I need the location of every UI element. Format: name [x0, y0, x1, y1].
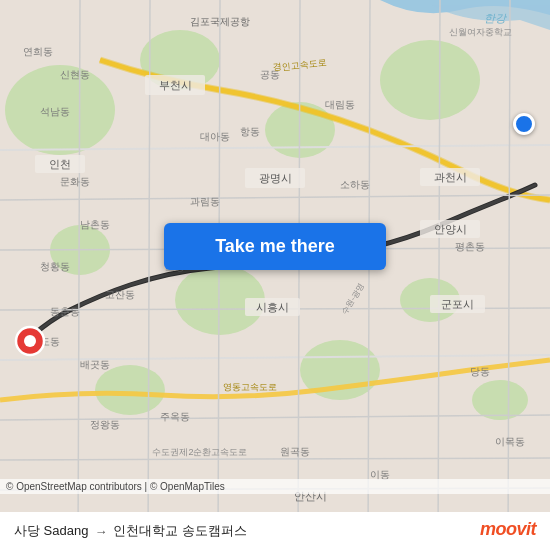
svg-text:원곡동: 원곡동	[280, 446, 310, 457]
map-attribution: © OpenStreetMap contributors | © OpenMap…	[0, 479, 550, 494]
destination-label: 인천대학교 송도캠퍼스	[113, 522, 247, 540]
svg-text:영동고속도로: 영동고속도로	[223, 382, 277, 392]
svg-text:연희동: 연희동	[23, 46, 53, 57]
svg-text:과천시: 과천시	[434, 171, 467, 183]
svg-point-4	[380, 40, 480, 120]
svg-text:주옥동: 주옥동	[160, 411, 190, 422]
svg-text:김포국제공항: 김포국제공항	[190, 16, 250, 27]
svg-text:과림동: 과림동	[190, 196, 220, 207]
svg-text:당동: 당동	[470, 366, 490, 377]
svg-text:한강: 한강	[484, 12, 508, 24]
svg-text:수도권제2순환고속도로: 수도권제2순환고속도로	[152, 447, 247, 457]
svg-text:배곳동: 배곳동	[80, 359, 110, 370]
take-me-there-button[interactable]: Take me there	[164, 223, 386, 270]
svg-text:신현동: 신현동	[60, 69, 90, 80]
arrow-icon: →	[94, 524, 107, 539]
attribution-text: © OpenStreetMap contributors | © OpenMap…	[6, 481, 225, 492]
svg-point-9	[472, 380, 528, 420]
svg-text:소하동: 소하동	[340, 179, 370, 190]
svg-text:문화동: 문화동	[60, 176, 90, 187]
svg-text:정왕동: 정왕동	[90, 419, 120, 430]
origin-marker	[14, 325, 46, 357]
moovit-logo: moovit	[480, 519, 536, 540]
map-background: 부천시 광명시 시흥시 인천 과천시 안양시 군포시 소하동 항동 과림동 공동…	[0, 0, 550, 550]
svg-text:이목동: 이목동	[495, 436, 525, 447]
origin-label: 사당 Sadang	[14, 522, 88, 540]
svg-text:부천시: 부천시	[159, 79, 192, 91]
svg-text:인천: 인천	[49, 158, 71, 170]
svg-text:대아동: 대아동	[200, 131, 230, 142]
moovit-logo-text: moovit	[480, 519, 536, 539]
svg-point-73	[24, 335, 36, 347]
svg-text:평촌동: 평촌동	[455, 241, 485, 252]
svg-text:신월여자중학교: 신월여자중학교	[449, 27, 512, 37]
svg-text:석남동: 석남동	[40, 106, 70, 117]
svg-text:항동: 항동	[240, 126, 260, 137]
svg-text:시흥시: 시흥시	[256, 301, 289, 313]
svg-text:안양시: 안양시	[434, 223, 467, 235]
svg-text:고잔동: 고잔동	[105, 289, 135, 300]
svg-text:대림동: 대림동	[325, 99, 355, 110]
svg-point-7	[95, 365, 165, 415]
svg-text:광명시: 광명시	[259, 172, 292, 184]
svg-text:남촌동: 남촌동	[80, 219, 110, 230]
svg-text:군포시: 군포시	[441, 298, 474, 310]
bottom-bar: 사당 Sadang → 인천대학교 송도캠퍼스	[0, 512, 550, 550]
route-info: 사당 Sadang → 인천대학교 송도캠퍼스	[14, 522, 536, 540]
map-container: 부천시 광명시 시흥시 인천 과천시 안양시 군포시 소하동 항동 과림동 공동…	[0, 0, 550, 550]
svg-text:청황동: 청황동	[40, 261, 70, 272]
svg-text:동춘동: 동춘동	[50, 306, 80, 317]
destination-marker	[513, 113, 535, 135]
